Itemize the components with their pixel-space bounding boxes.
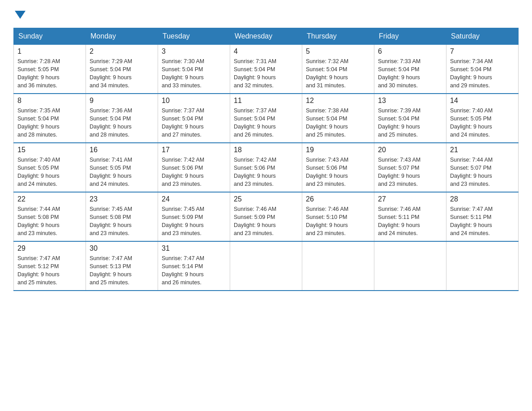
day-number: 13 [378,97,442,105]
calendar-cell: 11 Sunrise: 7:37 AM Sunset: 5:04 PM Dayl… [230,94,302,143]
calendar-cell: 10 Sunrise: 7:37 AM Sunset: 5:04 PM Dayl… [158,94,230,143]
calendar-cell: 3 Sunrise: 7:30 AM Sunset: 5:04 PM Dayli… [158,44,230,94]
calendar-cell [374,241,446,291]
calendar-cell: 2 Sunrise: 7:29 AM Sunset: 5:04 PM Dayli… [86,44,158,94]
day-number: 25 [234,195,298,203]
day-number: 28 [450,195,515,203]
calendar-week-2: 8 Sunrise: 7:35 AM Sunset: 5:04 PM Dayli… [14,94,519,143]
day-number: 9 [90,97,154,105]
logo-text [13,9,26,19]
day-number: 29 [17,244,82,253]
day-number: 8 [17,97,82,105]
calendar-cell: 16 Sunrise: 7:41 AM Sunset: 5:05 PM Dayl… [86,143,158,192]
calendar-cell: 30 Sunrise: 7:47 AM Sunset: 5:13 PM Dayl… [86,241,158,291]
calendar-cell: 4 Sunrise: 7:31 AM Sunset: 5:04 PM Dayli… [230,44,302,94]
day-info: Sunrise: 7:36 AM Sunset: 5:04 PM Dayligh… [90,107,154,139]
calendar-cell: 5 Sunrise: 7:32 AM Sunset: 5:04 PM Dayli… [302,44,374,94]
day-info: Sunrise: 7:42 AM Sunset: 5:06 PM Dayligh… [162,156,226,188]
calendar-cell: 19 Sunrise: 7:43 AM Sunset: 5:06 PM Dayl… [302,143,374,192]
calendar-cell: 26 Sunrise: 7:46 AM Sunset: 5:10 PM Dayl… [302,192,374,241]
day-number: 15 [17,146,82,154]
day-info: Sunrise: 7:39 AM Sunset: 5:04 PM Dayligh… [378,107,442,139]
calendar-cell: 22 Sunrise: 7:44 AM Sunset: 5:08 PM Dayl… [14,192,86,241]
logo-triangle-icon [15,11,26,19]
day-info: Sunrise: 7:46 AM Sunset: 5:11 PM Dayligh… [378,205,442,238]
day-number: 14 [450,97,515,105]
day-info: Sunrise: 7:30 AM Sunset: 5:04 PM Dayligh… [162,57,226,90]
day-info: Sunrise: 7:47 AM Sunset: 5:14 PM Dayligh… [162,254,226,287]
day-number: 31 [162,244,226,253]
day-number: 23 [90,195,154,203]
calendar-cell [230,241,302,291]
calendar-cell: 18 Sunrise: 7:42 AM Sunset: 5:06 PM Dayl… [230,143,302,192]
day-info: Sunrise: 7:45 AM Sunset: 5:08 PM Dayligh… [90,205,154,238]
calendar-week-1: 1 Sunrise: 7:28 AM Sunset: 5:05 PM Dayli… [14,44,519,94]
calendar-cell: 23 Sunrise: 7:45 AM Sunset: 5:08 PM Dayl… [86,192,158,241]
day-info: Sunrise: 7:35 AM Sunset: 5:04 PM Dayligh… [17,107,82,139]
day-number: 10 [162,97,226,105]
day-info: Sunrise: 7:46 AM Sunset: 5:09 PM Dayligh… [234,205,298,238]
day-number: 27 [378,195,442,203]
calendar-cell: 14 Sunrise: 7:40 AM Sunset: 5:05 PM Dayl… [446,94,519,143]
day-number: 26 [306,195,370,203]
day-info: Sunrise: 7:38 AM Sunset: 5:04 PM Dayligh… [306,107,370,139]
calendar-cell [446,241,519,291]
calendar-cell: 13 Sunrise: 7:39 AM Sunset: 5:04 PM Dayl… [374,94,446,143]
calendar-cell: 27 Sunrise: 7:46 AM Sunset: 5:11 PM Dayl… [374,192,446,241]
calendar-header-sunday: Sunday [14,28,86,44]
day-number: 1 [17,47,82,56]
day-number: 19 [306,146,370,154]
day-info: Sunrise: 7:33 AM Sunset: 5:04 PM Dayligh… [378,57,442,90]
calendar-header-row: SundayMondayTuesdayWednesdayThursdayFrid… [14,28,519,44]
day-number: 3 [162,47,226,56]
day-info: Sunrise: 7:44 AM Sunset: 5:07 PM Dayligh… [450,156,515,188]
day-number: 21 [450,146,515,154]
day-info: Sunrise: 7:42 AM Sunset: 5:06 PM Dayligh… [234,156,298,188]
day-info: Sunrise: 7:40 AM Sunset: 5:05 PM Dayligh… [17,156,82,188]
day-number: 30 [90,244,154,253]
day-info: Sunrise: 7:47 AM Sunset: 5:13 PM Dayligh… [90,254,154,287]
day-info: Sunrise: 7:37 AM Sunset: 5:04 PM Dayligh… [234,107,298,139]
calendar-header-saturday: Saturday [446,28,519,44]
calendar-week-3: 15 Sunrise: 7:40 AM Sunset: 5:05 PM Dayl… [14,143,519,192]
day-info: Sunrise: 7:46 AM Sunset: 5:10 PM Dayligh… [306,205,370,238]
calendar-cell: 25 Sunrise: 7:46 AM Sunset: 5:09 PM Dayl… [230,192,302,241]
day-number: 16 [90,146,154,154]
calendar-cell: 24 Sunrise: 7:45 AM Sunset: 5:09 PM Dayl… [158,192,230,241]
calendar-week-4: 22 Sunrise: 7:44 AM Sunset: 5:08 PM Dayl… [14,192,519,241]
day-info: Sunrise: 7:40 AM Sunset: 5:05 PM Dayligh… [450,107,515,139]
calendar-cell [302,241,374,291]
calendar-cell: 1 Sunrise: 7:28 AM Sunset: 5:05 PM Dayli… [14,44,86,94]
calendar-cell: 17 Sunrise: 7:42 AM Sunset: 5:06 PM Dayl… [158,143,230,192]
calendar-week-5: 29 Sunrise: 7:47 AM Sunset: 5:12 PM Dayl… [14,241,519,291]
day-number: 20 [378,146,442,154]
day-info: Sunrise: 7:31 AM Sunset: 5:04 PM Dayligh… [234,57,298,90]
day-number: 22 [17,195,82,203]
calendar-cell: 21 Sunrise: 7:44 AM Sunset: 5:07 PM Dayl… [446,143,519,192]
calendar-cell: 31 Sunrise: 7:47 AM Sunset: 5:14 PM Dayl… [158,241,230,291]
calendar-header-friday: Friday [374,28,446,44]
page-header [13,9,519,19]
day-info: Sunrise: 7:29 AM Sunset: 5:04 PM Dayligh… [90,57,154,90]
day-number: 5 [306,47,370,56]
day-info: Sunrise: 7:47 AM Sunset: 5:12 PM Dayligh… [17,254,82,287]
calendar-cell: 6 Sunrise: 7:33 AM Sunset: 5:04 PM Dayli… [374,44,446,94]
calendar-cell: 29 Sunrise: 7:47 AM Sunset: 5:12 PM Dayl… [14,241,86,291]
day-info: Sunrise: 7:34 AM Sunset: 5:04 PM Dayligh… [450,57,515,90]
calendar-cell: 9 Sunrise: 7:36 AM Sunset: 5:04 PM Dayli… [86,94,158,143]
calendar-cell: 15 Sunrise: 7:40 AM Sunset: 5:05 PM Dayl… [14,143,86,192]
calendar-header-tuesday: Tuesday [158,28,230,44]
calendar-header-thursday: Thursday [302,28,374,44]
calendar-cell: 20 Sunrise: 7:43 AM Sunset: 5:07 PM Dayl… [374,143,446,192]
day-info: Sunrise: 7:43 AM Sunset: 5:06 PM Dayligh… [306,156,370,188]
calendar-cell: 28 Sunrise: 7:47 AM Sunset: 5:11 PM Dayl… [446,192,519,241]
day-number: 11 [234,97,298,105]
day-number: 17 [162,146,226,154]
day-number: 7 [450,47,515,56]
day-info: Sunrise: 7:45 AM Sunset: 5:09 PM Dayligh… [162,205,226,238]
calendar-cell: 7 Sunrise: 7:34 AM Sunset: 5:04 PM Dayli… [446,44,519,94]
calendar-cell: 12 Sunrise: 7:38 AM Sunset: 5:04 PM Dayl… [302,94,374,143]
day-info: Sunrise: 7:32 AM Sunset: 5:04 PM Dayligh… [306,57,370,90]
day-info: Sunrise: 7:44 AM Sunset: 5:08 PM Dayligh… [17,205,82,238]
day-number: 18 [234,146,298,154]
